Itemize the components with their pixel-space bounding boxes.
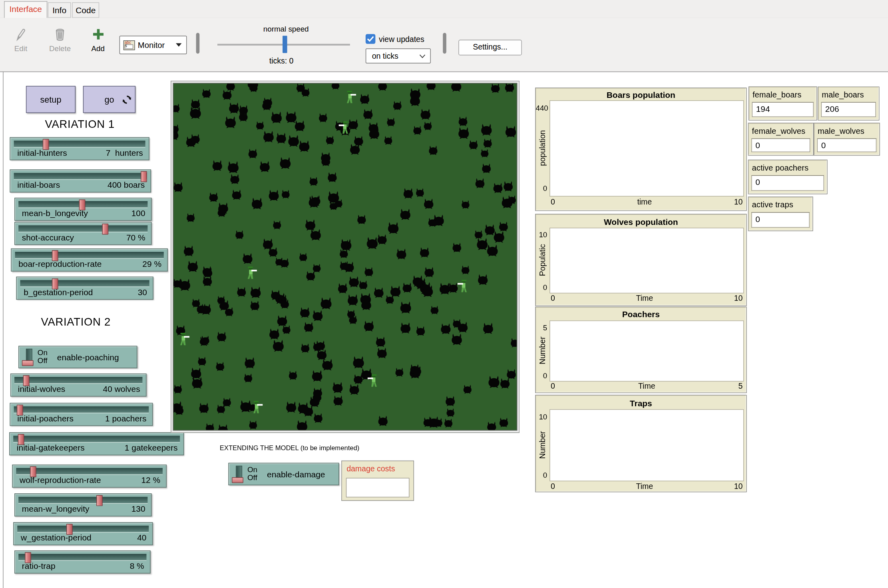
plot-title: Poachers	[536, 310, 746, 319]
slider-track[interactable]	[14, 406, 149, 413]
slider-label: boar-reproduction-rate	[18, 259, 102, 268]
slider-initial-boars[interactable]: initial-boars400 boars	[10, 169, 151, 193]
slider-track[interactable]	[17, 526, 149, 532]
x-axis-label: Time	[636, 294, 653, 303]
slider-wolf-reproduction-rate[interactable]: wolf-reproduction-rate12 %	[12, 465, 167, 488]
setup-button[interactable]: setup	[26, 86, 76, 113]
slider-track[interactable]	[18, 225, 147, 232]
monitor-value: 194	[752, 102, 814, 117]
damage-costs-field[interactable]	[346, 478, 410, 497]
switch-handle[interactable]	[22, 360, 34, 366]
monitor-label: male_boars	[822, 90, 864, 99]
world-agents	[173, 83, 517, 430]
go-button[interactable]: go	[83, 86, 135, 113]
slider-initial-wolves[interactable]: initial-wolves40 wolves	[10, 373, 147, 397]
edit-icon[interactable]	[14, 28, 27, 42]
add-label[interactable]: Add	[86, 44, 111, 53]
x-min-label: 0	[551, 482, 555, 491]
slider-track[interactable]	[14, 141, 145, 147]
slider-boar-reproduction-rate[interactable]: boar-reproduction-rate29 %	[11, 248, 167, 272]
slider-label: initial-wolves	[18, 384, 66, 393]
switch-handle[interactable]	[232, 477, 243, 483]
slider-track[interactable]	[15, 252, 164, 259]
speed-slider-handle[interactable]	[283, 36, 287, 53]
speed-slider-label: normal speed	[242, 25, 330, 34]
slider-value: 1 poachers	[105, 414, 147, 423]
slider-w-gestation-period[interactable]: w_gestation-period40	[13, 522, 153, 545]
damage-costs-output: damage costs	[341, 461, 414, 501]
slider-track[interactable]	[14, 173, 147, 180]
monitor-label: female_boars	[753, 90, 801, 99]
slider-track[interactable]	[16, 468, 162, 475]
slider-initial-poachers[interactable]: initial-poachers1 poachers	[10, 403, 153, 426]
x-axis-label: Time	[636, 482, 653, 491]
slider-shot-accuracy[interactable]: shot-accuracy70 %	[14, 222, 151, 245]
plot-title: Wolves population	[536, 217, 746, 226]
switch-enable-damage[interactable]: On Off enable-damage	[228, 463, 339, 485]
plot-wolves-population: Wolves population 10 0 Populatic 0Time10	[535, 214, 747, 306]
tab-code[interactable]: Code	[72, 2, 99, 18]
switch-off-label: Off	[247, 473, 257, 482]
slider-ratio-trap[interactable]: ratio-trap8 %	[14, 550, 151, 574]
delete-label[interactable]: Delete	[46, 44, 74, 53]
monitor-value: 0	[751, 212, 810, 228]
delete-icon[interactable]	[54, 28, 66, 42]
slider-value: 100	[131, 209, 145, 218]
slider-value: 7 hunters	[106, 148, 143, 157]
slider-track[interactable]	[13, 436, 180, 443]
plot-title: Boars population	[536, 91, 746, 100]
slider-label: shot-accuracy	[22, 233, 74, 242]
add-icon[interactable]	[92, 28, 104, 40]
switch-label: enable-damage	[267, 463, 325, 485]
switch-on-label: On	[247, 465, 257, 474]
toolbar-separator	[196, 33, 200, 54]
slider-track[interactable]	[18, 497, 147, 504]
update-mode-dropdown[interactable]: on ticks	[366, 48, 431, 64]
slider-mean-w-longevity[interactable]: mean-w_longevity130	[14, 493, 151, 516]
slider-label: b_gestation-period	[24, 288, 93, 297]
slider-track[interactable]	[18, 554, 146, 561]
slider-value: 29 %	[142, 259, 161, 268]
slider-value: 130	[131, 505, 145, 514]
plot-area	[550, 100, 744, 197]
widget-chooser[interactable]: abc 5 Monitor	[119, 36, 187, 54]
plot-area	[550, 320, 744, 381]
slider-value: 400 boars	[108, 181, 145, 190]
view-updates-label[interactable]: view updates	[379, 35, 442, 44]
slider-label: initial-gatekeepers	[17, 443, 85, 453]
monitor-label: active poachers	[752, 163, 808, 172]
slider-value: 30	[138, 288, 147, 297]
slider-label: initial-poachers	[17, 414, 74, 423]
ticks-counter: ticks: 0	[242, 56, 321, 65]
tab-info[interactable]: Info	[48, 2, 71, 18]
tab-interface[interactable]: Interface	[4, 1, 47, 18]
y-axis-label: population	[538, 100, 547, 195]
slider-label: mean-b_longevity	[22, 209, 88, 218]
slider-label: w_gestation-period	[21, 533, 92, 542]
monitor-widget-icon: abc 5	[123, 40, 135, 50]
slider-value: 1 gatekeepers	[125, 443, 178, 453]
switch-enable-poaching[interactable]: On Off enable-poaching	[18, 346, 137, 368]
slider-b-gestation-period[interactable]: b_gestation-period30	[16, 277, 153, 300]
settings-button[interactable]: Settings...	[458, 40, 522, 56]
monitor-value: 0	[817, 138, 877, 152]
slider-track[interactable]	[20, 280, 149, 287]
chevron-down-icon	[176, 43, 181, 47]
x-max-label: 10	[734, 294, 743, 303]
slider-value: 40 wolves	[103, 384, 140, 393]
slider-label: initial-boars	[17, 181, 60, 190]
edit-label[interactable]: Edit	[8, 44, 33, 53]
plot-title: Traps	[536, 399, 746, 408]
x-axis-label: time	[637, 198, 652, 207]
go-button-label: go	[104, 95, 114, 105]
slider-initial-hunters[interactable]: initial-hunters7 hunters	[10, 137, 149, 160]
slider-initial-gatekeepers[interactable]: initial-gatekeepers1 gatekeepers	[9, 432, 184, 455]
y-axis-label: Populatic	[538, 228, 547, 292]
x-axis-label: Time	[638, 381, 655, 390]
view-updates-checkbox[interactable]	[366, 34, 376, 44]
monitor-label: male_wolves	[818, 126, 864, 135]
tab-bar: Interface Info Code	[0, 0, 888, 18]
slider-mean-b-longevity[interactable]: mean-b_longevity100	[14, 198, 151, 221]
monitor-female-wolves: female_wolves 0	[748, 123, 813, 155]
slider-track[interactable]	[14, 377, 142, 384]
